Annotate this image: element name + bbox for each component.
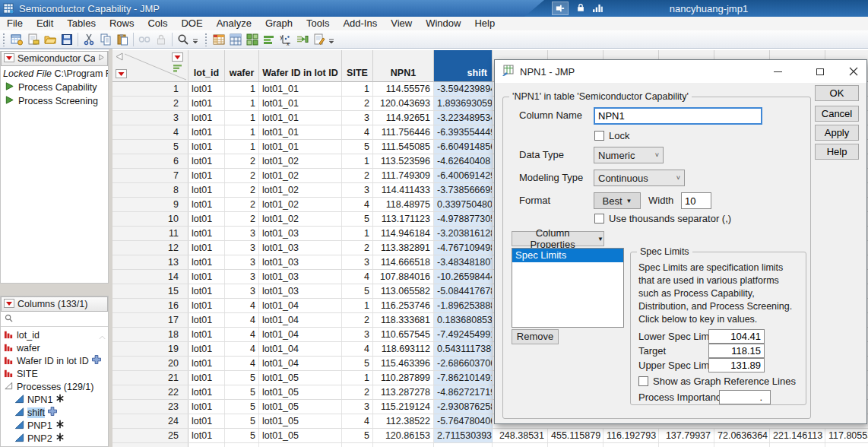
cell[interactable]: 110.287899 (373, 371, 434, 385)
join-tables-icon[interactable] (295, 32, 310, 47)
cell[interactable]: 4 (342, 342, 373, 356)
row-number[interactable]: 22 (112, 385, 188, 399)
cell[interactable]: 118.693112 (373, 342, 434, 356)
cell[interactable]: lot01 (188, 313, 225, 327)
cell[interactable]: 1.8936930595 (434, 97, 493, 110)
cell[interactable]: -2.930876258 (434, 400, 493, 414)
cell[interactable]: lot01 (188, 385, 225, 399)
new-journal-icon[interactable] (26, 32, 41, 47)
search-icon[interactable] (176, 32, 191, 47)
cell[interactable]: lot01 (188, 125, 225, 139)
cell[interactable] (342, 443, 373, 447)
paste-icon[interactable] (115, 32, 130, 47)
pin-icon[interactable] (552, 2, 569, 15)
row-number[interactable]: 14 (112, 270, 188, 284)
menu-file[interactable]: File (0, 17, 30, 30)
cell[interactable]: 1 (225, 97, 259, 110)
cell[interactable]: lot01 (188, 342, 225, 356)
cell[interactable]: 111.545085 (373, 140, 434, 154)
cell[interactable]: -3.594239894 (434, 82, 493, 96)
cell[interactable]: lot01_01 (259, 125, 342, 139)
column-item-wafer[interactable]: wafer (1, 341, 108, 354)
row-number[interactable]: 13 (112, 255, 188, 269)
cell[interactable]: 1 (225, 111, 259, 125)
cell[interactable]: -3.738566695 (434, 183, 493, 197)
cell[interactable]: 3 (342, 328, 373, 341)
cell[interactable] (548, 443, 603, 447)
cell[interactable]: lot01_05 (259, 385, 342, 399)
menu-window[interactable]: Window (419, 17, 467, 30)
menu-doe[interactable]: DOE (174, 17, 209, 30)
apply-button[interactable]: Apply (815, 125, 859, 141)
cell[interactable]: 120.86153 (373, 429, 434, 442)
table-script-process-capability[interactable]: Process Capability (1, 81, 108, 94)
cell[interactable] (825, 443, 868, 447)
row-number[interactable]: 4 (112, 125, 188, 139)
cell[interactable]: 2.7115303939 (434, 429, 493, 442)
format-dropdown[interactable]: Best▼ (594, 192, 641, 209)
cell[interactable]: 114.666518 (373, 255, 434, 269)
cell[interactable]: 4 (225, 328, 259, 341)
formula-editor-icon[interactable] (228, 32, 243, 47)
lower-spec-limit-input[interactable] (708, 329, 765, 344)
column-item-pnp2[interactable]: PNP2 (1, 432, 108, 445)
column-item-lot-id[interactable]: lot_id (1, 328, 108, 341)
cell[interactable]: 111.749309 (373, 169, 434, 182)
cell[interactable]: lot01_04 (259, 313, 342, 327)
cell[interactable]: lot01 (188, 227, 225, 240)
cell[interactable]: lot01_03 (259, 241, 342, 255)
row-number[interactable]: 2 (112, 97, 188, 110)
upper-spec-limit-input[interactable] (708, 358, 765, 372)
data-type-dropdown[interactable]: Numeric˅ (594, 147, 664, 163)
cell[interactable]: -4.767109498 (434, 241, 493, 255)
open-file-icon[interactable] (43, 32, 58, 47)
dialog-minimize-button[interactable] (761, 60, 795, 83)
cell[interactable]: -1.896253888 (434, 299, 493, 312)
remove-property-button[interactable]: Remove (512, 329, 559, 344)
row-number[interactable]: 20 (112, 357, 188, 370)
cell[interactable]: 5 (342, 357, 373, 370)
width-input[interactable] (681, 192, 711, 209)
cell[interactable]: 1 (342, 227, 373, 240)
cell[interactable]: 1 (342, 82, 373, 96)
cell[interactable]: lot01 (188, 371, 225, 385)
cell[interactable]: lot01 (188, 183, 225, 197)
toolbar-overflow-icon[interactable] (328, 33, 335, 46)
panel-splitter[interactable] (0, 284, 109, 296)
cell[interactable]: 1 (225, 140, 259, 154)
cell[interactable]: 114.411433 (373, 183, 434, 197)
bar-chart-icon[interactable] (261, 32, 277, 47)
dock-arrow-icon[interactable] (98, 53, 105, 64)
cell[interactable]: -6.604914856 (434, 140, 493, 154)
column-item-wafer-id-in-lot-id[interactable]: Wafer ID in lot ID (1, 354, 108, 367)
cell[interactable]: lot01 (188, 328, 225, 341)
process-importance-input[interactable] (719, 390, 771, 404)
cell[interactable]: lot01_02 (259, 169, 342, 182)
cell[interactable]: lot01_01 (259, 140, 342, 154)
thousands-separator-checkbox[interactable] (594, 214, 604, 224)
cell[interactable]: 0.1836808532 (434, 313, 493, 327)
row-number[interactable]: 3 (112, 111, 188, 125)
menu-cols[interactable]: Cols (141, 17, 174, 30)
cell[interactable]: 2 (225, 212, 259, 226)
show-graph-reference-lines-checkbox[interactable] (638, 376, 648, 386)
cell[interactable]: 114.946184 (373, 227, 434, 240)
cell[interactable]: 4 (225, 313, 259, 327)
toolbar-grip[interactable] (2, 33, 6, 46)
row-number[interactable]: 24 (112, 414, 188, 428)
cell[interactable]: 115.463396 (373, 357, 434, 370)
cell[interactable]: 5 (225, 429, 259, 442)
cell[interactable]: 2 (225, 169, 259, 182)
cell[interactable]: lot01_04 (259, 342, 342, 356)
cell[interactable]: 115.219124 (373, 400, 434, 414)
cell[interactable]: 1 (225, 82, 259, 96)
cell[interactable]: 72.0636364 (714, 429, 770, 442)
cell[interactable]: 0.3397504804 (434, 198, 493, 211)
cut-icon[interactable] (81, 32, 97, 47)
cell[interactable]: 5 (225, 414, 259, 428)
cell[interactable]: -10.26598444 (434, 270, 493, 284)
cell[interactable]: 118.48975 (373, 198, 434, 211)
cell[interactable]: 3 (342, 255, 373, 269)
cell[interactable]: -4.62640408 (434, 154, 493, 168)
ok-button[interactable]: OK (815, 85, 859, 101)
